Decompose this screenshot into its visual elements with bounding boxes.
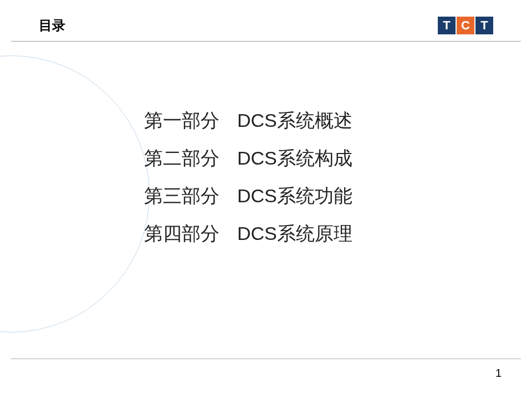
toc-part-label: 第四部分: [144, 221, 227, 247]
logo-letter-t1: T: [438, 17, 456, 34]
toc-list: 第一部分 DCS系统概述 第二部分 DCS系统构成 第三部分 DCS系统功能 第…: [144, 108, 352, 259]
page-number: 1: [495, 367, 502, 380]
toc-item: 第四部分 DCS系统原理: [144, 221, 352, 247]
toc-item: 第三部分 DCS系统功能: [144, 183, 352, 209]
footer-divider: [11, 359, 521, 359]
slide-container: 目录 T C T 第一部分 DCS系统概述 第二部分 DCS系统构成 第三部分 …: [0, 0, 532, 399]
logo-letter-c: C: [457, 17, 474, 34]
toc-part-label: 第二部分: [144, 146, 227, 171]
toc-part-label: 第一部分: [144, 108, 227, 134]
page-title: 目录: [39, 17, 65, 34]
toc-desc: DCS系统原理: [237, 221, 352, 247]
toc-desc: DCS系统构成: [237, 146, 352, 171]
toc-item: 第一部分 DCS系统概述: [144, 108, 352, 134]
logo-letter-t2: T: [475, 17, 493, 34]
header: 目录 T C T: [11, 0, 521, 42]
logo: T C T: [438, 17, 493, 34]
toc-item: 第二部分 DCS系统构成: [144, 146, 352, 171]
toc-desc: DCS系统功能: [237, 183, 352, 209]
toc-desc: DCS系统概述: [237, 108, 352, 134]
toc-part-label: 第三部分: [144, 183, 227, 209]
decorative-circle: [0, 55, 150, 332]
